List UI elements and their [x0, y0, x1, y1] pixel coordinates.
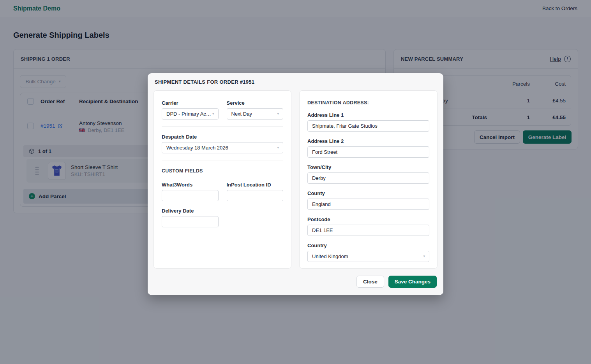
despatch-date-label: Despatch Date	[162, 134, 283, 140]
inpost-location-input[interactable]	[227, 190, 284, 201]
chevron-down-icon: ▾	[212, 112, 214, 116]
chevron-down-icon: ▾	[277, 112, 279, 116]
chevron-down-icon: ▾	[277, 146, 279, 149]
modal-title: SHIPMENT DETAILS FOR ORDER #1951	[155, 79, 254, 85]
what3words-input[interactable]	[162, 190, 219, 201]
postcode-input[interactable]	[307, 225, 429, 236]
county-input[interactable]	[307, 199, 429, 210]
carrier-select[interactable]: DPD - Primary Acc... ▾	[162, 108, 219, 120]
destination-address-title: DESTINATION ADDRESS:	[307, 100, 429, 106]
address-line2-label: Address Line 2	[307, 138, 429, 144]
service-label: Service	[227, 100, 284, 106]
save-changes-button[interactable]: Save Changes	[388, 276, 437, 288]
delivery-date-label: Delivery Date	[162, 208, 219, 214]
postcode-label: Postcode	[307, 216, 429, 222]
shipment-details-modal: SHIPMENT DETAILS FOR ORDER #1951 Carrier…	[148, 73, 443, 295]
what3words-label: What3Words	[162, 182, 219, 188]
county-label: County	[307, 190, 429, 196]
service-select[interactable]: Next Day ▾	[227, 108, 284, 120]
divider	[162, 126, 283, 127]
country-label: Country	[307, 243, 429, 248]
town-city-input[interactable]	[307, 172, 429, 184]
custom-fields-title: CUSTOM FIELDS	[162, 168, 283, 174]
country-select[interactable]: United Kingdom ▾	[307, 251, 429, 262]
divider	[162, 160, 283, 160]
destination-address-card: DESTINATION ADDRESS: Address Line 1 Addr…	[299, 90, 438, 269]
address-line1-input[interactable]	[307, 120, 429, 132]
address-line1-label: Address Line 1	[307, 112, 429, 118]
inpost-location-label: InPost Location ID	[227, 182, 284, 188]
close-button[interactable]: Close	[356, 276, 384, 288]
town-city-label: Town/City	[307, 164, 429, 170]
carrier-label: Carrier	[162, 100, 219, 106]
delivery-date-input[interactable]	[162, 216, 219, 227]
despatch-date-select[interactable]: Wednesday 18 March 2026 ▾	[162, 142, 283, 153]
shipping-options-card: Carrier DPD - Primary Acc... ▾ Service N…	[153, 90, 291, 269]
chevron-down-icon: ▾	[423, 255, 425, 258]
address-line2-input[interactable]	[307, 146, 429, 158]
